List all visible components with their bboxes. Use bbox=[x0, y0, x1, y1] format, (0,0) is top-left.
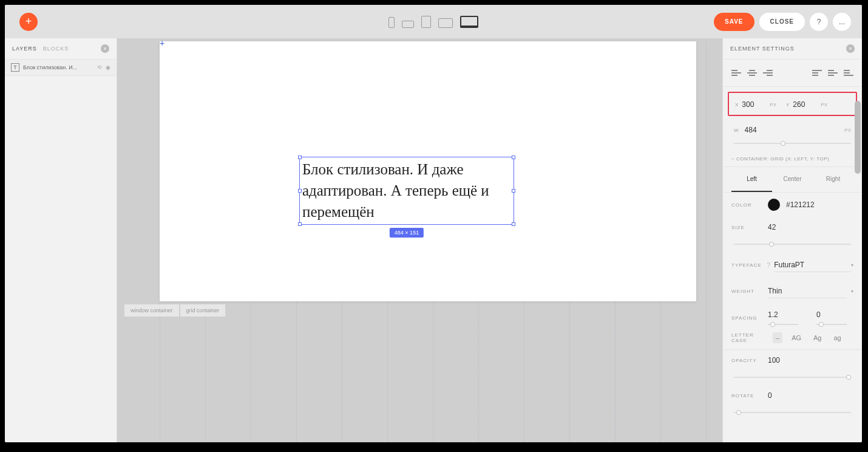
eye-icon[interactable]: ◉ bbox=[106, 64, 110, 70]
text-align-center[interactable]: Center bbox=[772, 167, 813, 192]
resize-handle[interactable] bbox=[512, 222, 515, 226]
y-input[interactable] bbox=[793, 100, 817, 109]
valign-top-icon[interactable] bbox=[812, 68, 822, 78]
breakpoint-phone[interactable] bbox=[388, 17, 395, 28]
grid-container-tab[interactable]: grid container bbox=[180, 304, 226, 317]
case-lower[interactable]: ag bbox=[831, 332, 844, 343]
valign-bot-icon[interactable] bbox=[844, 68, 853, 78]
breakpoint-tablet[interactable] bbox=[421, 16, 431, 28]
more-button[interactable]: ... bbox=[833, 13, 851, 31]
weight-select[interactable]: Thin bbox=[768, 284, 847, 298]
opacity-slider[interactable] bbox=[734, 377, 851, 378]
rotate-input[interactable] bbox=[768, 391, 816, 400]
save-button[interactable]: SAVE bbox=[714, 13, 754, 31]
opacity-label: OPACITY bbox=[731, 358, 768, 363]
spacing-line-slider[interactable] bbox=[768, 324, 798, 325]
w-unit: PX bbox=[844, 128, 851, 133]
case-upper[interactable]: AG bbox=[788, 332, 804, 343]
layers-close-icon[interactable]: × bbox=[101, 44, 109, 53]
size-label: SIZE bbox=[731, 225, 768, 230]
settings-close-icon[interactable]: × bbox=[846, 44, 855, 53]
topbar: + SAVE CLOSE ? ... bbox=[5, 5, 862, 38]
align-right-icon[interactable] bbox=[763, 68, 773, 78]
w-label: W bbox=[734, 128, 739, 133]
lock-icon[interactable]: ⟲ bbox=[97, 64, 102, 70]
add-button[interactable]: + bbox=[19, 13, 38, 31]
spacing-letter-val[interactable]: 0 bbox=[816, 310, 847, 319]
text-icon: T bbox=[11, 63, 19, 72]
color-input[interactable] bbox=[786, 200, 835, 209]
tab-layers[interactable]: LAYERS bbox=[12, 46, 37, 52]
container-note[interactable]: − CONTAINER: GRID (X: LEFT, Y: TOP) bbox=[723, 151, 862, 167]
x-unit: PX bbox=[770, 102, 776, 108]
resize-handle[interactable] bbox=[298, 189, 302, 193]
canvas[interactable]: + Блок стилизован. И даже адаптирован. А… bbox=[117, 38, 722, 442]
w-input[interactable] bbox=[745, 126, 769, 134]
chevron-down-icon: ▾ bbox=[851, 289, 853, 294]
resize-handle[interactable] bbox=[512, 156, 515, 159]
layers-panel: LAYERS BLOCKS × T Блок стилизован. И... … bbox=[5, 38, 117, 442]
layer-name: Блок стилизован. И... bbox=[23, 64, 77, 70]
typeface-help-icon[interactable]: ? bbox=[767, 262, 771, 269]
size-slider[interactable] bbox=[734, 244, 851, 245]
typeface-select[interactable]: FuturaPT bbox=[774, 258, 851, 272]
typeface-label: TYPEFACE bbox=[731, 262, 767, 268]
rotate-label: ROTATE bbox=[731, 393, 768, 399]
case-title[interactable]: Ag bbox=[810, 332, 824, 343]
tab-blocks[interactable]: BLOCKS bbox=[43, 46, 69, 52]
width-slider[interactable] bbox=[734, 143, 851, 144]
y-unit: PX bbox=[821, 102, 827, 108]
text-align-right[interactable]: Right bbox=[813, 167, 853, 192]
rotate-slider[interactable] bbox=[734, 412, 851, 413]
align-center-icon[interactable] bbox=[747, 68, 757, 78]
y-label: Y bbox=[786, 102, 789, 108]
selected-element[interactable]: Блок стилизован. И даже адаптирован. А т… bbox=[299, 157, 514, 225]
valign-mid-icon[interactable] bbox=[828, 68, 838, 78]
scrollbar[interactable] bbox=[855, 101, 861, 174]
resize-handle[interactable] bbox=[298, 156, 302, 159]
resize-handle[interactable] bbox=[512, 189, 515, 193]
origin-marker: + bbox=[160, 38, 164, 48]
window-container-tab[interactable]: window container bbox=[124, 304, 179, 317]
spacing-letter-slider[interactable] bbox=[816, 324, 847, 325]
dimension-badge: 484 × 151 bbox=[390, 228, 424, 238]
panel-title: ELEMENT SETTINGS bbox=[730, 46, 795, 52]
position-group: X PX Y PX bbox=[728, 92, 857, 116]
help-button[interactable]: ? bbox=[810, 13, 828, 31]
resize-handle[interactable] bbox=[298, 222, 302, 226]
text-block[interactable]: Блок стилизован. И даже адаптирован. А т… bbox=[300, 157, 514, 224]
close-button[interactable]: CLOSE bbox=[759, 13, 805, 31]
color-label: COLOR bbox=[731, 202, 768, 208]
align-left-icon[interactable] bbox=[731, 68, 741, 78]
text-align-left[interactable]: Left bbox=[731, 167, 772, 192]
spacing-label: SPACING bbox=[731, 315, 768, 321]
element-settings-panel: ELEMENT SETTINGS × X bbox=[722, 38, 862, 442]
chevron-down-icon: ▾ bbox=[851, 262, 853, 268]
lettercase-label: LETTER CASE bbox=[731, 332, 768, 343]
spacing-line-val[interactable]: 1.2 bbox=[768, 310, 798, 319]
size-input[interactable] bbox=[768, 223, 816, 231]
x-input[interactable] bbox=[742, 100, 766, 109]
opacity-input[interactable] bbox=[768, 356, 816, 365]
breakpoint-desktop[interactable] bbox=[460, 16, 478, 28]
breakpoints bbox=[388, 16, 478, 28]
breakpoint-phone-land[interactable] bbox=[402, 21, 414, 28]
case-none[interactable]: – bbox=[773, 332, 782, 343]
breakpoint-tablet-land[interactable] bbox=[438, 18, 453, 28]
weight-label: WEIGHT bbox=[731, 289, 768, 294]
color-swatch[interactable] bbox=[768, 199, 780, 211]
layer-item[interactable]: T Блок стилизован. И... ⟲ ◉ bbox=[5, 60, 117, 76]
x-label: X bbox=[735, 102, 738, 108]
